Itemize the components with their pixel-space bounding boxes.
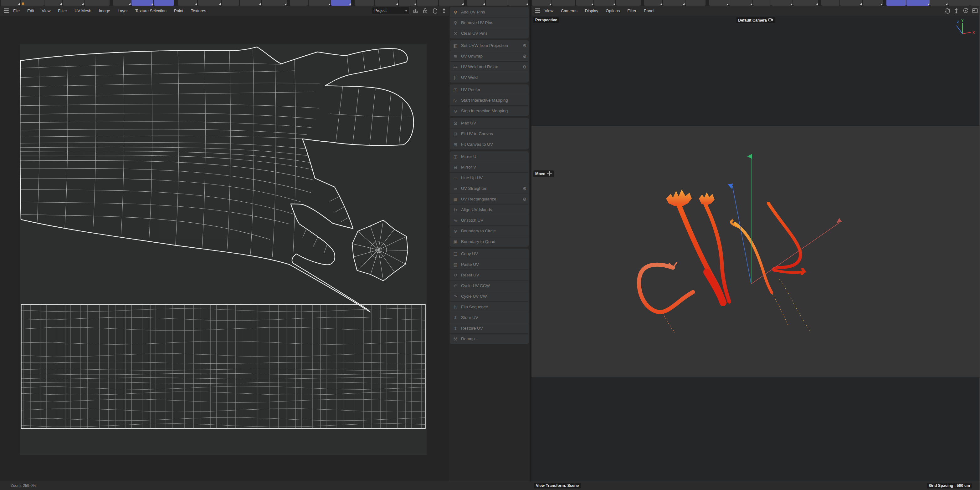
tool-item-mirror-v[interactable]: ⊟Mirror V: [450, 162, 529, 172]
tool-item-uv-peeler[interactable]: ◳UV Peeler: [450, 84, 529, 95]
tool-item-reset-uv[interactable]: ↺Reset UV: [450, 270, 529, 280]
gear-icon[interactable]: ⚙: [520, 64, 529, 70]
view-label[interactable]: Perspective: [533, 17, 559, 23]
menu-item-edit[interactable]: Edit: [27, 8, 34, 13]
dolly-zoom-icon[interactable]: [953, 8, 959, 14]
toolbar-button[interactable]: [154, 0, 174, 6]
tool-item-start-interactive-mapping[interactable]: ▷Start Interactive Mapping: [450, 95, 529, 105]
tool-item-label: UV Rectangularize: [461, 197, 520, 201]
tool-item-clear-uv-pins[interactable]: ✕Clear UV Pins: [450, 28, 529, 38]
tool-item-flip-sequence[interactable]: ⇅Flip Sequence: [450, 301, 529, 312]
gear-icon[interactable]: ⚙: [520, 186, 529, 191]
menu-item-texture-selection[interactable]: Texture Selection: [135, 8, 167, 13]
tool-item-align-uv-islands[interactable]: ↻Align UV Islands: [450, 204, 529, 215]
menu-item-display[interactable]: Display: [585, 8, 598, 13]
tool-item-mirror-u[interactable]: ◫Mirror U: [450, 151, 529, 162]
tool-item-store-uv[interactable]: ↧Store UV: [450, 312, 529, 323]
tool-item-fit-canvas-to-uv[interactable]: ⊞Fit Canvas to UV: [450, 139, 529, 149]
menu-item-file[interactable]: File: [13, 8, 20, 13]
tool-item-uv-unwrap[interactable]: ≋UV Unwrap⚙: [450, 51, 529, 61]
viewport-canvas[interactable]: Perspective Default Camera Move Y Z X: [531, 16, 980, 482]
tool-item-boundary-to-circle[interactable]: ⊙Boundary to Circle: [450, 225, 529, 236]
toolbar-button[interactable]: [84, 0, 110, 6]
menu-item-options[interactable]: Options: [606, 8, 620, 13]
toolbar-button[interactable]: [417, 0, 438, 6]
tool-item-max-uv[interactable]: ⊠Max UV: [450, 118, 529, 128]
menu-item-filter[interactable]: Filter: [627, 8, 636, 13]
flyout-corner-icon: [483, 3, 485, 5]
zoom-updown-icon[interactable]: [441, 8, 447, 14]
toolbar-button[interactable]: [309, 0, 331, 6]
tool-item-uv-straighten[interactable]: ▱UV Straighten⚙: [450, 183, 529, 193]
toolbar-button[interactable]: [132, 0, 153, 6]
project-dropdown[interactable]: Project ▾: [372, 7, 409, 14]
pan-hand-icon[interactable]: [944, 8, 950, 14]
menu-item-layer[interactable]: Layer: [118, 8, 128, 13]
tool-item-restore-uv[interactable]: ↥Restore UV: [450, 323, 529, 333]
tool-item-line-up-uv[interactable]: ▭Line Up UV: [450, 172, 529, 183]
tool-item-set-uvw-from-projection[interactable]: ◧Set UVW from Projection⚙: [450, 40, 529, 51]
toolbar-button[interactable]: [467, 0, 485, 6]
toolbar-button[interactable]: [262, 0, 287, 6]
menu-item-filter[interactable]: Filter: [58, 8, 67, 13]
gear-icon[interactable]: ⚙: [520, 43, 529, 48]
menu-item-uv-mesh[interactable]: UV Mesh: [75, 8, 91, 13]
gear-icon[interactable]: ⚙: [520, 54, 529, 59]
toolbar-button[interactable]: [21, 0, 44, 6]
toolbar-button[interactable]: [355, 0, 374, 6]
uv-editor-panel[interactable]: [0, 16, 449, 482]
tool-item-uv-rectangularize[interactable]: ▦UV Rectangularize⚙: [450, 193, 529, 204]
tool-item-label: UV Straighten: [461, 186, 520, 191]
tool-item-remap-[interactable]: ⚒Remap...: [450, 333, 529, 344]
tool-item-cycle-uv-cw[interactable]: ↷Cycle UV CW: [450, 291, 529, 301]
pan-hand-icon[interactable]: [431, 8, 438, 14]
tool-item-remove-uv-pins[interactable]: ⚲Remove UV Pins: [450, 17, 529, 28]
mirror-v-icon: ⊟: [450, 165, 461, 170]
tool-item-label: Start Interactive Mapping: [461, 98, 529, 103]
lock-icon[interactable]: [422, 8, 428, 14]
camera-label[interactable]: Default Camera: [736, 17, 775, 23]
toolbar-button[interactable]: [178, 0, 197, 6]
uv-canvas[interactable]: [20, 44, 426, 455]
toolbar-button[interactable]: [113, 0, 131, 6]
menu-item-view[interactable]: View: [41, 8, 50, 13]
tool-item-stop-interactive-mapping[interactable]: ⊘Stop Interactive Mapping: [450, 105, 529, 116]
histogram-icon[interactable]: [412, 8, 419, 14]
tool-item-uv-weld-and-relax[interactable]: ⊶UV Weld and Relax⚙: [450, 61, 529, 72]
tool-item-fit-uv-to-canvas[interactable]: ⊡Fit UV to Canvas: [450, 128, 529, 139]
restore-icon: ↥: [450, 326, 461, 331]
tool-item-cycle-uv-ccw[interactable]: ↶Cycle UV CCW: [450, 280, 529, 291]
tool-item-boundary-to-quad[interactable]: ▣Boundary to Quad: [450, 236, 529, 247]
tool-item-copy-uv[interactable]: ❏Copy UV: [450, 249, 529, 259]
toolbar-button[interactable]: [399, 0, 416, 6]
toolbar-button[interactable]: [45, 0, 62, 6]
toolbar-button[interactable]: [222, 0, 239, 6]
menu-item-view[interactable]: View: [545, 8, 554, 13]
tool-item-paste-uv[interactable]: ▤Paste UV: [450, 259, 529, 270]
toolbar-button[interactable]: [375, 0, 398, 6]
tool-item-unstitch-uv[interactable]: ∿Unstitch UV: [450, 215, 529, 225]
hamburger-menu-icon[interactable]: [4, 8, 9, 13]
toolbar-button[interactable]: [240, 0, 261, 6]
toolbar-button[interactable]: [331, 0, 351, 6]
toolbar-button[interactable]: [290, 0, 308, 6]
menu-item-panel[interactable]: Panel: [644, 8, 654, 13]
menu-item-textures[interactable]: Textures: [191, 8, 206, 13]
tool-item-add-uv-pins[interactable]: ⚲Add UV Pins: [450, 7, 529, 17]
menu-item-cameras[interactable]: Cameras: [561, 8, 578, 13]
gear-icon[interactable]: ⚙: [520, 197, 529, 202]
toolbar-button[interactable]: [63, 0, 84, 6]
uv-editor-menubar: FileEditViewFilterUV MeshImageLayerTextu…: [0, 6, 449, 16]
toolbar-button[interactable]: [486, 0, 508, 6]
menu-item-image[interactable]: Image: [99, 8, 110, 13]
maximize-panel-icon[interactable]: [972, 8, 978, 14]
toolbar-button[interactable]: [508, 0, 528, 6]
hamburger-menu-icon[interactable]: [535, 8, 540, 13]
toolbar-button[interactable]: [1, 0, 20, 6]
tool-item-label: Restore UV: [461, 326, 529, 330]
toolbar-button[interactable]: [198, 0, 221, 6]
orbit-rotate-icon[interactable]: [963, 8, 969, 14]
tool-item-uv-weld[interactable]: [{UV Weld: [450, 72, 529, 82]
toolbar-button[interactable]: [439, 0, 464, 6]
menu-item-paint[interactable]: Paint: [174, 8, 183, 13]
